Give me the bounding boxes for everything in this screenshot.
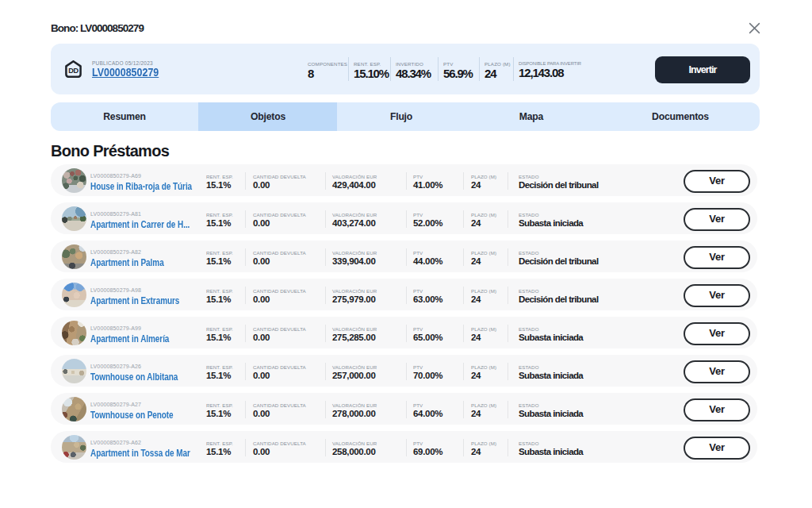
svg-text:DD: DD (68, 67, 79, 75)
